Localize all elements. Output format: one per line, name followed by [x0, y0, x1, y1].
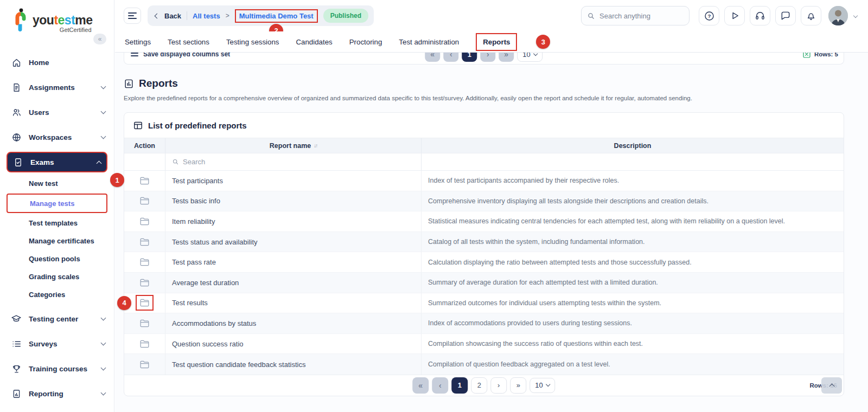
pagination-last-button[interactable]: »	[510, 377, 526, 394]
table-row[interactable]: Test question candidate feedback statist…	[124, 354, 844, 375]
breadcrumb-current-test-link[interactable]: Multimedia Demo Test	[239, 12, 314, 20]
sidebar-item-manage-tests[interactable]: Manage tests	[7, 194, 107, 213]
sidebar-item-test-templates[interactable]: Test templates	[0, 214, 114, 232]
table-row[interactable]: Question success ratio Compilation showc…	[124, 334, 844, 355]
column-header-report-name[interactable]: Report name ↓↑	[165, 138, 422, 153]
notifications-button[interactable]	[801, 6, 821, 25]
table-row[interactable]: Tests basic info Comprehensive inventory…	[124, 191, 844, 212]
tutorials-button[interactable]	[724, 6, 745, 25]
breadcrumb-all-tests-link[interactable]: All tests	[193, 12, 220, 20]
sidebar-subitem-label: Test templates	[29, 219, 78, 227]
chevron-down-icon	[101, 134, 106, 139]
chevron-down-icon	[546, 382, 550, 387]
report-name: Test question candidate feedback statist…	[165, 354, 422, 375]
hamburger-menu-button[interactable]	[124, 8, 141, 24]
pagination-last-button[interactable]: »	[499, 53, 514, 62]
global-search[interactable]	[581, 6, 690, 25]
sidebar-item-question-pools[interactable]: Question pools	[0, 250, 114, 268]
tab-test-administration[interactable]: Test administration	[399, 38, 459, 46]
open-report-button[interactable]	[139, 278, 150, 287]
columns-icon	[131, 53, 138, 56]
support-button[interactable]	[750, 6, 770, 25]
tab-reports[interactable]: Reports	[476, 33, 517, 51]
page-size-value: 10	[535, 381, 542, 389]
report-name: Average test duration	[165, 273, 422, 293]
open-report-button[interactable]	[139, 217, 150, 226]
open-report-button[interactable]: 4	[136, 295, 154, 311]
tab-candidates[interactable]: Candidates	[296, 38, 332, 46]
sidebar-subitem-label: Manage certificates	[29, 237, 94, 245]
sort-icon[interactable]: ↓↑	[314, 143, 317, 149]
test-tabbar: Settings Test sections Testing sessions …	[115, 31, 868, 53]
column-header-action[interactable]: Action	[124, 138, 165, 153]
open-report-button[interactable]	[139, 176, 150, 185]
page-size-select[interactable]: 10	[517, 53, 542, 62]
sidebar-item-exams[interactable]: Exams	[7, 152, 107, 172]
back-button[interactable]: Back	[164, 12, 181, 20]
sidebar-item-categories[interactable]: Categories	[0, 286, 114, 304]
pagination-next-button[interactable]: ›	[480, 53, 495, 62]
open-report-button[interactable]	[139, 319, 150, 328]
table-row-test-results[interactable]: 4 Test results Summarized outcomes for i…	[124, 293, 844, 314]
panel-title: List of predefined reports	[148, 121, 247, 130]
bar-chart-icon	[124, 79, 134, 89]
sidebar-item-new-test[interactable]: New test	[0, 175, 114, 192]
breadcrumb: Back All tests > Multimedia Demo Test 2 …	[148, 5, 374, 26]
trophy-icon	[11, 363, 22, 374]
open-report-button[interactable]	[139, 339, 150, 349]
header-actions: ?	[581, 6, 857, 25]
pagination-page-2-button[interactable]: 2	[471, 377, 487, 394]
column-header-description[interactable]: Description	[422, 138, 844, 153]
sidebar-item-reporting[interactable]: Reporting	[0, 381, 114, 406]
tab-settings[interactable]: Settings	[125, 38, 151, 46]
avatar-chevron-icon[interactable]	[853, 14, 858, 18]
table-row[interactable]: Test pass rate Calculation displaying th…	[124, 252, 844, 273]
pagination-page-1-button[interactable]: 1	[451, 377, 468, 394]
save-columns-label: Save displayed columns set	[143, 53, 230, 58]
table-header-row: Action Report name ↓↑ Description	[124, 138, 844, 153]
table-row[interactable]: Item reliability Statistical measures in…	[124, 211, 844, 232]
report-name: Question success ratio	[165, 334, 422, 354]
tab-testing-sessions[interactable]: Testing sessions	[226, 38, 279, 46]
page-size-select[interactable]: 10	[529, 378, 555, 393]
sidebar-item-surveys[interactable]: Surveys	[0, 331, 114, 356]
pagination-first-button[interactable]: «	[412, 377, 429, 394]
report-name-search-input[interactable]	[183, 158, 291, 166]
open-report-button[interactable]	[139, 360, 150, 369]
table-row[interactable]: Average test duration Summary of average…	[124, 273, 844, 293]
table-row[interactable]: Accommodations by status Index of accomm…	[124, 313, 844, 334]
open-report-button[interactable]	[139, 237, 150, 247]
pagination-first-button[interactable]: «	[425, 53, 440, 62]
excel-export-icon[interactable]	[802, 53, 811, 59]
search-input[interactable]	[599, 12, 681, 20]
pagination-prev-button[interactable]: ‹	[443, 53, 458, 62]
sidebar-subitem-label: Grading scales	[29, 273, 79, 281]
globe-icon	[11, 132, 22, 143]
list-icon	[11, 338, 22, 349]
save-columns-button[interactable]: Save displayed columns set	[131, 53, 230, 58]
pagination-page-1-button[interactable]: 1	[462, 53, 477, 62]
avatar[interactable]	[828, 6, 848, 25]
messages-button[interactable]	[775, 6, 796, 25]
sidebar-item-users[interactable]: Users	[0, 100, 114, 125]
scroll-to-top-button[interactable]	[821, 377, 842, 394]
pagination-next-button[interactable]: ›	[490, 377, 507, 394]
table-row[interactable]: Test participants Index of test particip…	[124, 171, 844, 191]
tab-test-sections[interactable]: Test sections	[168, 38, 209, 46]
sidebar-item-workspaces[interactable]: Workspaces	[0, 125, 114, 150]
table-row[interactable]: Tests status and availability Catalog of…	[124, 232, 844, 253]
chevron-down-icon	[101, 316, 106, 321]
sidebar-item-testing-center[interactable]: Testing center	[0, 306, 114, 331]
sidebar-item-grading-scales[interactable]: Grading scales	[0, 268, 114, 286]
tab-label: Candidates	[296, 38, 332, 46]
sidebar-item-assignments[interactable]: Assignments	[0, 75, 114, 100]
open-report-button[interactable]	[139, 258, 150, 267]
sidebar-item-home[interactable]: Home	[0, 50, 114, 75]
open-report-button[interactable]	[139, 196, 150, 205]
help-button[interactable]: ?	[699, 6, 719, 25]
sidebar-item-training-courses[interactable]: Training courses	[0, 356, 114, 381]
tab-proctoring[interactable]: Proctoring	[349, 38, 382, 46]
sidebar-item-manage-certificates[interactable]: Manage certificates	[0, 232, 114, 250]
sidebar-collapse-button[interactable]: «	[93, 34, 106, 44]
pagination-prev-button[interactable]: ‹	[432, 377, 448, 394]
